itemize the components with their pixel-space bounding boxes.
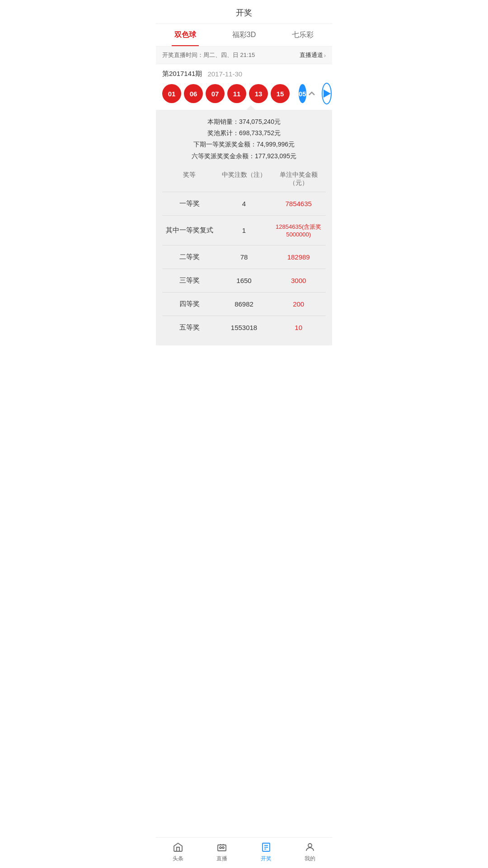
page-title: 开奖 (236, 8, 252, 17)
sales-line1: 本期销量：374,075,240元 (162, 116, 326, 127)
prize-name-5: 五等奖 (162, 323, 217, 332)
prize-row-5: 五等奖 1553018 10 (162, 316, 326, 339)
tab-bar: 双色球 福彩3D 七乐彩 (156, 24, 332, 47)
svg-rect-0 (218, 845, 226, 851)
svg-point-2 (222, 847, 224, 849)
video-button[interactable] (322, 83, 332, 104)
numbers-row: 01 06 07 11 13 15 05 (162, 83, 326, 110)
sales-line3: 下期一等奖派奖金额：74,999,996元 (162, 139, 326, 150)
lottery-icon (260, 841, 272, 853)
red-ball-2: 06 (184, 84, 203, 103)
red-ball-5: 13 (249, 84, 268, 103)
prize-table-header: 奖等 中奖注数（注） 单注中奖金额（元） (162, 166, 326, 192)
prize-row-complex: 其中一等奖复式 1 12854635(含派奖5000000) (162, 216, 326, 245)
prize-name-4: 四等奖 (162, 300, 217, 308)
blue-ball: 05 (299, 84, 306, 103)
red-ball-4: 11 (227, 84, 246, 103)
sales-line4: 六等奖派奖奖金余额：177,923,095元 (162, 151, 326, 162)
prize-count-4: 86982 (217, 300, 272, 308)
period-row: 第2017141期 2017-11-30 (162, 70, 326, 78)
nav-label-headlines: 头条 (173, 855, 183, 863)
nav-item-mine[interactable]: 我的 (288, 841, 333, 863)
col-header-count: 中奖注数（注） (217, 171, 272, 187)
nav-label-mine: 我的 (305, 855, 315, 863)
prize-name-3: 三等奖 (162, 276, 217, 285)
video-play-icon (324, 90, 331, 98)
prize-row-4: 四等奖 86982 200 (162, 292, 326, 316)
sales-line2: 奖池累计：698,733,752元 (162, 127, 326, 139)
tab-fucai3d[interactable]: 福彩3D (215, 24, 273, 46)
prize-name-2: 二等奖 (162, 253, 217, 261)
period-label: 第2017141期 (162, 70, 202, 78)
prize-amount-5: 10 (271, 324, 326, 331)
prize-table: 奖等 中奖注数（注） 单注中奖金额（元） 一等奖 4 7854635 其中一等奖… (162, 166, 326, 339)
col-header-prize: 奖等 (162, 171, 217, 187)
prize-count-complex: 1 (217, 226, 272, 234)
prize-amount-complex: 12854635(含派奖5000000) (271, 223, 326, 238)
collapse-button[interactable] (306, 86, 317, 101)
tab-qilecai[interactable]: 七乐彩 (273, 24, 332, 46)
nav-label-lottery: 开奖 (261, 855, 272, 863)
sales-info: 本期销量：374,075,240元 奖池累计：698,733,752元 下期一等… (162, 116, 326, 162)
page-header: 开奖 (156, 0, 332, 24)
prize-amount-3: 3000 (271, 277, 326, 284)
nav-item-live[interactable]: 直播 (200, 841, 244, 863)
prize-amount-2: 182989 (271, 253, 326, 261)
prize-row-2: 二等奖 78 182989 (162, 245, 326, 269)
live-time: 开奖直播时间：周二、四、日 21:15 (162, 51, 255, 59)
live-channel-button[interactable]: 直播通道 › (300, 51, 326, 59)
prize-amount-4: 200 (271, 300, 326, 308)
live-channel-arrow-icon: › (324, 52, 326, 59)
svg-point-1 (220, 847, 221, 849)
prize-count-3: 1650 (217, 277, 272, 284)
prize-name-complex: 其中一等奖复式 (162, 226, 217, 235)
tab-shuangseqiu[interactable]: 双色球 (156, 24, 215, 46)
nav-item-headlines[interactable]: 头条 (156, 841, 200, 863)
red-ball-3: 07 (206, 84, 225, 103)
prize-count-2: 78 (217, 253, 272, 261)
live-broadcast-icon (216, 841, 228, 853)
period-date: 2017-11-30 (207, 70, 242, 78)
nav-label-live: 直播 (216, 855, 227, 863)
red-ball-6: 15 (271, 84, 290, 103)
col-header-amount: 单注中奖金额（元） (271, 171, 326, 187)
bottom-navigation: 头条 直播 开奖 (156, 837, 332, 868)
nav-item-lottery[interactable]: 开奖 (244, 841, 288, 863)
red-balls-group: 01 06 07 11 13 15 (162, 84, 290, 103)
draw-section: 第2017141期 2017-11-30 01 06 07 11 13 15 0… (156, 64, 332, 110)
prize-row-1: 一等奖 4 7854635 (162, 192, 326, 216)
details-panel: 本期销量：374,075,240元 奖池累计：698,733,752元 下期一等… (156, 110, 332, 345)
user-icon (304, 841, 316, 853)
prize-count-1: 4 (217, 200, 272, 208)
prize-amount-1: 7854635 (271, 200, 326, 208)
live-bar: 开奖直播时间：周二、四、日 21:15 直播通道 › (156, 47, 332, 64)
prize-count-5: 1553018 (217, 324, 272, 331)
prize-row-3: 三等奖 1650 3000 (162, 269, 326, 292)
prize-name-1: 一等奖 (162, 199, 217, 208)
red-ball-1: 01 (162, 84, 181, 103)
home-icon (172, 841, 184, 853)
svg-point-7 (308, 844, 312, 847)
